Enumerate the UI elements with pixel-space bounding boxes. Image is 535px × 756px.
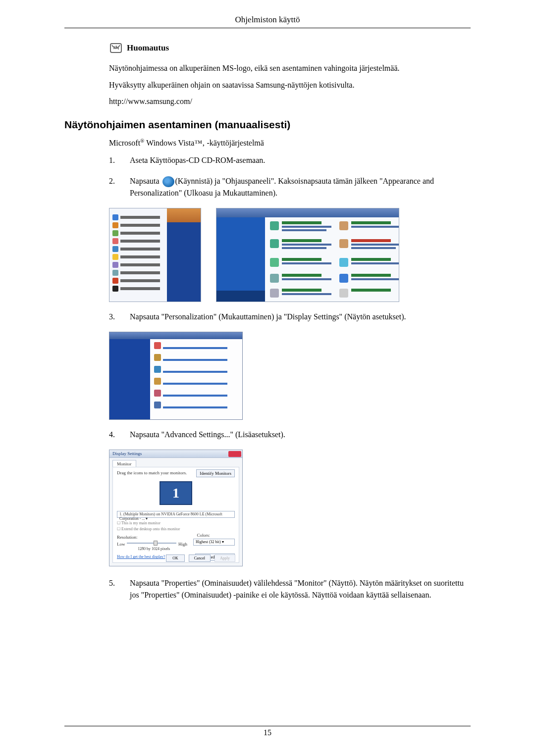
step-1: 1. Aseta Käyttöopas-CD CD-ROM-asemaan. bbox=[109, 154, 471, 166]
subtext-prefix: Microsoft bbox=[109, 139, 140, 147]
step-2-post: (Käynnistä) ja "Ohjauspaneeli". Kaksoisn… bbox=[130, 177, 434, 197]
screenshot-control-panel bbox=[216, 208, 399, 302]
colors-label: Colors: bbox=[197, 533, 210, 538]
resolution-slider[interactable] bbox=[127, 541, 176, 546]
section-heading: Näytönohjaimen asentaminen (manuaalisest… bbox=[64, 119, 471, 131]
step-4-number: 4. bbox=[109, 429, 118, 441]
step-2-screenshots bbox=[109, 208, 471, 302]
help-link[interactable]: How do I get the best display? bbox=[117, 554, 165, 559]
note-block: Huomautus Näytönohjaimessa on alkuperäin… bbox=[109, 42, 471, 110]
low-label: Low bbox=[117, 542, 125, 547]
dialog-title: Display Settings bbox=[112, 451, 142, 456]
note-line-1: Näytönohjaimessa on alkuperäinen MS-logo… bbox=[109, 60, 471, 77]
monitor-thumbnail[interactable]: 1 bbox=[160, 481, 192, 505]
page-footer: 15 bbox=[64, 726, 471, 737]
apply-button: Apply bbox=[214, 554, 235, 562]
step-1-text: Aseta Käyttöopas-CD CD-ROM-asemaan. bbox=[130, 154, 471, 166]
step-2: 2. Napsauta (Käynnistä) ja "Ohjauspaneel… bbox=[109, 175, 471, 199]
colors-select[interactable]: Highest (32 bit) ▾ bbox=[193, 539, 235, 546]
step-5: 5. Napsauta "Properties" (Ominaisuudet) … bbox=[109, 577, 471, 601]
header-rule bbox=[64, 28, 471, 28]
close-icon[interactable] bbox=[228, 451, 241, 457]
step-1-number: 1. bbox=[109, 154, 118, 166]
note-text: Näytönohjaimessa on alkuperäinen MS-logo… bbox=[109, 60, 471, 110]
step-3-text: Napsauta "Personalization" (Mukauttamine… bbox=[130, 311, 471, 323]
step-4: 4. Napsauta "Advanced Settings..." (Lisä… bbox=[109, 429, 471, 441]
screenshot-personalization bbox=[109, 332, 243, 420]
note-title: Huomautus bbox=[127, 43, 169, 53]
page-number: 15 bbox=[64, 728, 471, 737]
note-line-3: http://www.samsung.com/ bbox=[109, 93, 471, 110]
step-2-pre: Napsauta bbox=[130, 177, 161, 185]
chk2-label: Extend the desktop onto this monitor bbox=[121, 527, 180, 531]
chk1-label: This is my main monitor bbox=[121, 521, 160, 525]
step-2-text: Napsauta (Käynnistä) ja "Ohjauspaneeli".… bbox=[130, 175, 471, 199]
note-line-2: Hyväksytty alkuperäinen ohjain on saatav… bbox=[109, 77, 471, 94]
section-subtext: Microsoft® Windows Vista™‚ -käyttöjärjes… bbox=[109, 138, 471, 148]
cancel-button[interactable]: Cancel bbox=[189, 554, 211, 562]
step-3: 3. Napsauta "Personalization" (Mukauttam… bbox=[109, 311, 471, 323]
ok-button[interactable]: OK bbox=[166, 554, 185, 562]
page-header-title: Ohjelmiston käyttö bbox=[64, 15, 471, 25]
resolution-label: Resolution: bbox=[117, 535, 138, 540]
checkbox-main-monitor[interactable]: ☐ This is my main monitor bbox=[117, 521, 160, 525]
monitor-select[interactable]: 1. (Multiple Monitors) on NVIDIA GeForce… bbox=[117, 511, 235, 518]
drag-label: Drag the icons to match your monitors. bbox=[117, 470, 187, 475]
note-header: Huomautus bbox=[109, 42, 471, 54]
screenshot-start-menu bbox=[109, 208, 201, 302]
step-5-number: 5. bbox=[109, 577, 118, 601]
identify-monitors-button[interactable]: Identify Monitors bbox=[196, 469, 235, 477]
footer-rule bbox=[64, 726, 471, 726]
resolution-value: 1280 by 1024 pixels bbox=[138, 547, 170, 551]
step-3-number: 3. bbox=[109, 311, 118, 323]
checkbox-extend[interactable]: ☐ Extend the desktop onto this monitor bbox=[117, 527, 180, 531]
tab-monitor[interactable]: Monitor bbox=[112, 460, 136, 467]
step-5-text: Napsauta "Properties" (Ominaisuudet) väl… bbox=[130, 577, 471, 601]
step-2-number: 2. bbox=[109, 175, 118, 199]
steps-list: 1. Aseta Käyttöopas-CD CD-ROM-asemaan. 2… bbox=[109, 154, 471, 601]
subtext-mid: Windows Vista™ bbox=[144, 139, 202, 147]
step-4-text: Napsauta "Advanced Settings..." (Lisäase… bbox=[130, 429, 471, 441]
high-label: High bbox=[178, 542, 187, 547]
subtext-suffix: ‚ -käyttöjärjestelmä bbox=[202, 139, 264, 147]
windows-start-icon bbox=[162, 176, 174, 187]
screenshot-display-settings: Display Settings Monitor Drag the icons … bbox=[109, 450, 243, 566]
note-icon bbox=[109, 42, 123, 54]
